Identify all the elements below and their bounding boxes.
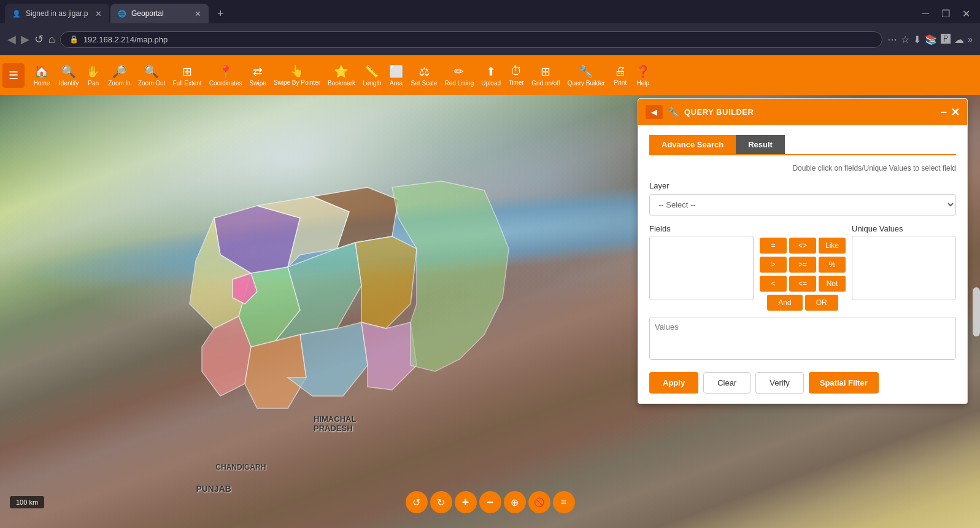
tool-bookmark[interactable]: ⭐ Bookmark xyxy=(324,62,359,89)
op-like[interactable]: Like xyxy=(819,238,846,254)
zoom-out-ctrl[interactable]: − xyxy=(479,491,501,513)
grid-icon: ⊞ xyxy=(541,64,550,79)
bookmark-nav-button[interactable]: ☆ xyxy=(901,34,909,45)
op-and[interactable]: And xyxy=(767,295,802,311)
bookmark-label: Bookmark xyxy=(328,80,355,87)
menu-ctrl[interactable]: ≡ xyxy=(553,491,575,513)
op-less[interactable]: < xyxy=(760,276,787,292)
address-bar[interactable]: 🔒 192.168.2.214/map.php xyxy=(60,31,882,48)
panel-minimize-button[interactable]: − xyxy=(940,107,947,118)
tab-close-1[interactable]: ✕ xyxy=(95,9,102,18)
op-greater[interactable]: > xyxy=(760,257,787,273)
full-extent-icon: ⊞ xyxy=(182,64,192,79)
minimize-button[interactable]: ─ xyxy=(917,8,934,20)
length-label: Length xyxy=(363,80,382,87)
tool-coordinates[interactable]: 📍 Coordinates xyxy=(206,62,246,89)
tool-set-scale[interactable]: ⚖ Set Scale xyxy=(407,62,441,89)
download-button[interactable]: ⬇ xyxy=(913,34,921,45)
rotate-ccw-button[interactable]: ↺ xyxy=(406,491,428,513)
op-greater-eq[interactable]: >= xyxy=(789,257,816,273)
op-less-eq[interactable]: <= xyxy=(789,276,816,292)
tab-favicon: 👤 xyxy=(12,10,21,18)
panel-icon: 🔧 xyxy=(668,107,679,118)
verify-button[interactable]: Verify xyxy=(755,372,804,394)
op-equals[interactable]: = xyxy=(760,238,787,254)
values-section xyxy=(649,317,956,362)
panel-title: QUERY BUILDER xyxy=(684,107,754,117)
map-label-punjab: PUNJAB xyxy=(196,484,231,494)
maximize-button[interactable]: ❐ xyxy=(936,8,955,20)
timer-icon: ⏱ xyxy=(511,64,522,78)
layer-select[interactable]: -- Select -- xyxy=(649,194,956,215)
panel-tabs: Advance Search Result xyxy=(649,135,956,155)
tool-zoom-out[interactable]: 🔍 Zoom Out xyxy=(134,62,169,89)
panel-body: Advance Search Result Double click on fi… xyxy=(638,125,967,403)
tool-home[interactable]: 🏠 Home xyxy=(28,62,55,89)
right-scrollbar[interactable] xyxy=(973,287,980,336)
tab-geoportal[interactable]: 🌐 Geoportal ✕ xyxy=(110,4,209,23)
tool-print[interactable]: 🖨 Print xyxy=(609,62,632,88)
tool-pan[interactable]: ✋ Pan xyxy=(82,62,104,89)
op-percent[interactable]: % xyxy=(819,257,846,273)
bookmark-icon: ⭐ xyxy=(334,64,349,79)
pan-label: Pan xyxy=(88,80,99,87)
map-area[interactable]: HIMACHALPRADESH CHANDIGARH PUNJAB 100 km… xyxy=(0,95,980,528)
tab-close-2[interactable]: ✕ xyxy=(195,9,201,18)
back-button[interactable]: ◀ xyxy=(7,33,16,46)
op-not[interactable]: Not xyxy=(819,276,846,292)
tool-red-lining[interactable]: ✏ Red Lining xyxy=(441,62,477,89)
tab-bar: 👤 Signed in as jigar.p ✕ 🌐 Geoportal ✕ +… xyxy=(0,0,980,23)
tool-full-extent[interactable]: ⊞ Full Extent xyxy=(169,62,205,89)
swipe-label: Swipe xyxy=(250,80,266,87)
tool-swipe-by-pointer[interactable]: 👆 Swipe By Pointer xyxy=(270,61,324,89)
length-icon: 📏 xyxy=(365,64,379,79)
unique-values-column: Unique Values xyxy=(852,224,956,300)
clear-button[interactable]: Clear xyxy=(703,372,750,394)
reload-button[interactable]: ↺ xyxy=(34,33,44,46)
forward-button[interactable]: ▶ xyxy=(21,33,29,46)
tool-length[interactable]: 📏 Length xyxy=(359,62,385,89)
advance-search-tab[interactable]: Advance Search xyxy=(649,135,736,154)
tool-swipe[interactable]: ⇄ Swipe xyxy=(246,62,270,89)
set-scale-label: Set Scale xyxy=(411,80,438,87)
extensions-button[interactable]: » xyxy=(968,34,973,44)
rotate-cw-button[interactable]: ↻ xyxy=(430,491,452,513)
window-controls: ─ ❐ ✕ xyxy=(917,8,975,20)
tool-timer[interactable]: ⏱ Timer xyxy=(504,62,528,88)
new-tab-button[interactable]: + xyxy=(211,7,230,20)
library-button[interactable]: 📚 xyxy=(925,34,937,45)
tool-query-builder[interactable]: 🔧 Query Builder xyxy=(564,62,609,89)
tool-help[interactable]: ❓ Help xyxy=(632,62,654,89)
sync-button[interactable]: ☁ xyxy=(954,34,964,45)
op-or[interactable]: OR xyxy=(805,295,838,311)
pocket-button[interactable]: 🅿 xyxy=(941,34,951,45)
tab-favicon-2: 🌐 xyxy=(118,10,126,18)
action-buttons: Apply Clear Verify Spatial Filter xyxy=(649,372,956,394)
tool-area[interactable]: ⬜ Area xyxy=(385,62,407,89)
unique-values-box[interactable] xyxy=(852,236,956,300)
apply-button[interactable]: Apply xyxy=(649,372,698,394)
map-controls: ↺ ↻ + − ⊕ 🚫 ≡ xyxy=(406,491,575,513)
tool-grid[interactable]: ⊞ Grid on/off xyxy=(528,62,564,89)
panel-toggle-button[interactable]: ◀ xyxy=(646,105,663,119)
fields-box[interactable] xyxy=(649,236,754,300)
disable-ctrl[interactable]: 🚫 xyxy=(528,491,550,513)
zoom-in-ctrl[interactable]: + xyxy=(455,491,477,513)
tab-signed-in[interactable]: 👤 Signed in as jigar.p ✕ xyxy=(5,4,109,23)
swipe-pointer-label: Swipe By Pointer xyxy=(274,79,320,87)
result-tab[interactable]: Result xyxy=(736,135,785,154)
zoom-out-icon: 🔍 xyxy=(144,64,159,79)
sidebar-toggle[interactable]: ☰ xyxy=(2,63,25,88)
values-textarea[interactable] xyxy=(649,317,956,360)
home-nav-button[interactable]: ⌂ xyxy=(48,33,55,46)
op-not-equals[interactable]: <> xyxy=(789,238,816,254)
spatial-filter-button[interactable]: Spatial Filter xyxy=(809,372,879,394)
full-extent-ctrl[interactable]: ⊕ xyxy=(504,491,526,513)
close-button[interactable]: ✕ xyxy=(957,8,975,20)
panel-close-button[interactable]: ✕ xyxy=(951,107,960,118)
coordinates-label: Coordinates xyxy=(209,80,242,87)
tool-upload[interactable]: ⬆ Upload xyxy=(477,62,504,89)
more-options-button[interactable]: ⋯ xyxy=(887,34,897,45)
tool-identify[interactable]: 🔍 Identify xyxy=(55,62,82,89)
tool-zoom-in[interactable]: 🔎 Zoom In xyxy=(104,62,134,89)
